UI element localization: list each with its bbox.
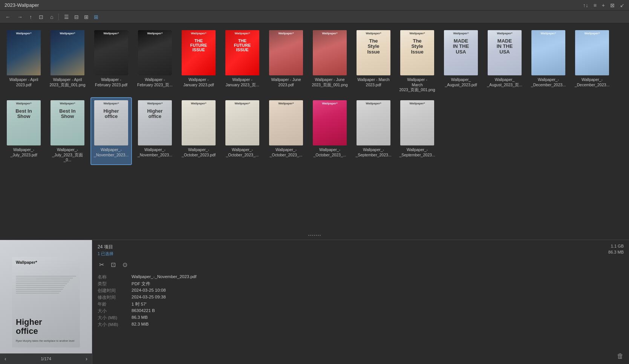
file-item[interactable]: Wallpaper* The Style Issue Wallpaper -Ma…: [396, 27, 438, 95]
file-label: Wallpaper_-_September_2023...: [355, 147, 391, 158]
file-label: Wallpaper_-_November_2023...: [94, 147, 129, 158]
file-item[interactable]: Wallpaper* Wallpaper_-_September_2023...: [396, 97, 438, 165]
file-thumbnail: Wallpaper*: [269, 100, 303, 145]
file-thumbnail: Wallpaper*: [225, 100, 259, 145]
file-item[interactable]: Wallpaper* Wallpaper - April2023_页面_001.…: [47, 27, 88, 95]
file-item[interactable]: Wallpaper* Wallpaper_-_September_2023...: [353, 97, 394, 165]
file-item[interactable]: Wallpaper* Higher office Wallpaper_-_Nov…: [90, 97, 132, 165]
file-item[interactable]: Wallpaper* THE FUTURE ISSUE Wallpaper -J…: [222, 27, 263, 95]
file-label: Wallpaper - June2023_页面_001.png: [312, 77, 348, 87]
file-item[interactable]: Wallpaper* THE FUTURE ISSUE Wallpaper -J…: [178, 27, 219, 95]
file-label: Wallpaper - April2023_页面_001.png: [50, 77, 86, 87]
file-thumbnail: Wallpaper*: [400, 100, 434, 145]
name-value: Wallpaper_-_November_2023.pdf: [132, 274, 578, 280]
file-thumbnail: Wallpaper* The Style Issue: [400, 30, 434, 75]
file-thumbnail: Wallpaper* MADE IN THE USA: [444, 30, 478, 75]
list-icon[interactable]: ≡: [594, 2, 597, 8]
titlebar: 2023-Wallpaper ↑↓ ≡ + ⊠ ↙: [0, 0, 629, 11]
info-size-mb-row: 大小 (MB) 86.3 MB: [98, 315, 578, 321]
item-count: 24 项目: [98, 244, 578, 250]
divider-dot: [316, 235, 317, 236]
info-name-row: 名称 Wallpaper_-_November_2023.pdf: [98, 274, 578, 280]
file-item[interactable]: Wallpaper* MADE IN THE USA Wallpaper__Au…: [484, 27, 525, 95]
size-mib-label: 大小 (MiB): [98, 322, 128, 327]
preview-prev-button[interactable]: ‹: [3, 355, 8, 362]
size-mb-value: 86.3 MB: [132, 315, 578, 321]
file-label: Wallpaper__August_2023.pdf: [445, 77, 477, 87]
type-label: 类型: [98, 281, 128, 287]
file-label: Wallpaper_-_July_2023_页面_0...: [49, 147, 86, 163]
file-item[interactable]: Wallpaper* Best In Show Wallpaper_-_July…: [47, 97, 88, 165]
file-item[interactable]: Wallpaper* Wallpaper_-_December_2023...: [528, 27, 569, 95]
file-thumbnail: Wallpaper*: [313, 100, 347, 145]
file-label: Wallpaper_-_December_2023...: [531, 77, 566, 87]
file-thumbnail: Wallpaper* MADE IN THE USA: [488, 30, 522, 75]
file-item[interactable]: Wallpaper* MADE IN THE USA Wallpaper__Au…: [440, 27, 482, 95]
file-thumbnail: Wallpaper* THE FUTURE ISSUE: [182, 30, 216, 75]
arch-lines: [12, 272, 80, 325]
copy-button[interactable]: ⊡: [109, 260, 117, 269]
file-item[interactable]: Wallpaper* Wallpaper_-_October_2023_...: [222, 97, 263, 165]
file-label: Wallpaper_-_October_2023.pdf: [182, 147, 216, 158]
info-actions: ✂ ⊡ ⊙: [98, 260, 578, 269]
file-item[interactable]: Wallpaper* The Style Issue Wallpaper - M…: [353, 27, 394, 95]
modified-label: 修改时间: [98, 295, 128, 300]
separator-1: [58, 14, 59, 20]
file-item[interactable]: Wallpaper* Wallpaper_-_December_2023...: [571, 27, 613, 95]
sort-icon[interactable]: ↑↓: [583, 2, 588, 8]
file-thumbnail: Wallpaper* Best In Show: [51, 100, 84, 145]
file-label: Wallpaper_-_December_2023...: [575, 77, 609, 87]
age-value: 1 时 57′: [132, 301, 578, 307]
preview-next-button[interactable]: ›: [84, 355, 89, 362]
file-thumbnail: Wallpaper*: [531, 30, 565, 75]
info-modified-row: 修改时间 2024-03-25 09:38: [98, 295, 578, 300]
trash-button[interactable]: 🗑: [617, 352, 624, 360]
file-item[interactable]: Wallpaper* Higher office Wallpaper_-_Nov…: [134, 97, 176, 165]
view-icons-button[interactable]: ⊞: [92, 12, 101, 21]
file-label: Wallpaper_-_October_2023_...: [314, 147, 346, 158]
forward-button[interactable]: →: [15, 12, 25, 21]
add-icon[interactable]: +: [602, 2, 605, 8]
info-panel: 24 项目 1 已选择 ✂ ⊡ ⊙ 名称 Wallpaper_-_Novembe…: [92, 240, 584, 364]
file-label: Wallpaper - June2023.pdf: [271, 77, 301, 87]
path-button[interactable]: ⌂: [48, 12, 55, 21]
file-item[interactable]: Wallpaper* Best In Show Wallpaper_-_July…: [3, 97, 44, 165]
file-label: Wallpaper - March2023.pdf: [357, 77, 389, 87]
file-label: Wallpaper -February 2023_页...: [137, 77, 173, 87]
file-item[interactable]: Wallpaper* Wallpaper_-_October_2023_...: [265, 97, 307, 165]
file-item[interactable]: Wallpaper* Wallpaper -February 2023.pdf: [90, 27, 132, 95]
file-thumbnail: Wallpaper*: [7, 30, 41, 75]
right-stats: 1.1 GB 86.3 MB 🗑: [584, 240, 629, 364]
file-item[interactable]: Wallpaper* Wallpaper -February 2023_页...: [134, 27, 176, 95]
view-list-button[interactable]: ☰: [62, 12, 71, 21]
preview-panel: Wallpaper* Higheroffic: [0, 240, 92, 364]
info-size-mib-row: 大小 (MiB) 82.3 MiB: [98, 322, 578, 327]
file-item[interactable]: Wallpaper* Wallpaper - June2023_页面_001.p…: [309, 27, 350, 95]
grid-icon[interactable]: ⊠: [610, 2, 615, 8]
preview-logo: Wallpaper*: [16, 260, 37, 265]
file-item[interactable]: Wallpaper* Wallpaper - April2023.pdf: [3, 27, 44, 95]
file-thumbnail: Wallpaper*: [94, 30, 128, 75]
cut-button[interactable]: ✂: [98, 260, 106, 269]
view-columns-button[interactable]: ⊟: [72, 12, 81, 21]
file-thumbnail: Wallpaper*: [269, 30, 303, 75]
up-button[interactable]: ↑: [27, 12, 34, 21]
file-thumbnail: Wallpaper* The Style Issue: [357, 30, 390, 75]
file-item[interactable]: Wallpaper* Wallpaper_-_October_2023_...: [309, 97, 350, 165]
preview-cover-main-text: Higheroffice: [16, 318, 42, 336]
share-icon[interactable]: ↙: [620, 2, 624, 8]
back-button[interactable]: ←: [3, 12, 13, 21]
file-grid-area: Wallpaper* Wallpaper - April2023.pdf Wal…: [0, 23, 629, 231]
file-label: Wallpaper__August_2023_页...: [487, 77, 522, 87]
info-button[interactable]: ⊙: [121, 260, 129, 269]
file-thumbnail: Wallpaper* Higher office: [138, 100, 172, 145]
file-item[interactable]: Wallpaper* Wallpaper - June2023.pdf: [265, 27, 307, 95]
preview-arch: [12, 272, 80, 325]
share-button[interactable]: ⊡: [37, 12, 46, 21]
panel-divider[interactable]: [0, 231, 629, 240]
file-label: Wallpaper_-_October_2023_...: [270, 147, 303, 158]
view-preview-button[interactable]: ⊞: [82, 12, 91, 21]
bottom-panel: Wallpaper* Higheroffic: [0, 240, 629, 364]
file-label: Wallpaper_-_October_2023_...: [226, 147, 259, 158]
file-item[interactable]: Wallpaper* Wallpaper_-_October_2023.pdf: [178, 97, 219, 165]
